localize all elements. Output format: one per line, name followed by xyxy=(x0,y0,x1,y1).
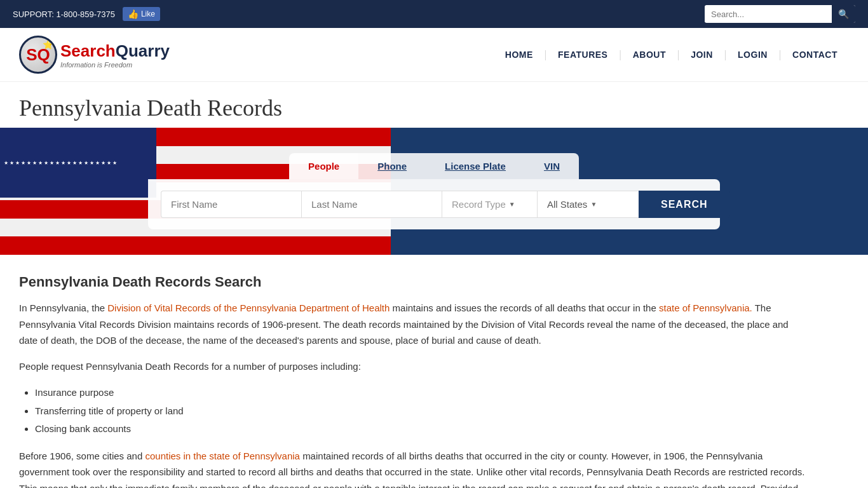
nav-contact[interactable]: CONTACT xyxy=(781,50,849,60)
last-name-input[interactable] xyxy=(301,191,442,218)
flag-stars: ★ ★ ★ ★ ★ ★ ★ ★ ★ ★ ★ ★ ★ ★ ★ ★ ★ ★ ★ ★ xyxy=(0,128,156,198)
search-button[interactable]: SEARCH xyxy=(639,191,730,218)
star-icon: ★ xyxy=(112,160,117,166)
list-item-bank: Closing bank accounts xyxy=(35,420,807,438)
nav-home[interactable]: HOME xyxy=(494,50,545,60)
page-title-area: Pennsylvania Death Records xyxy=(0,82,868,128)
logo-brand: SearchQuarry xyxy=(60,41,170,61)
logo-icon: SQ ⭐ xyxy=(19,36,57,74)
main-content: Pennsylvania Death Records Search In Pen… xyxy=(0,255,826,488)
logo-area[interactable]: SQ ⭐ SearchQuarry Information is Freedom xyxy=(19,36,170,74)
top-search-bar[interactable]: 🔍 xyxy=(705,5,855,23)
tab-phone[interactable]: Phone xyxy=(358,153,426,179)
section-title: Pennsylvania Death Records Search xyxy=(19,274,807,290)
star-icon: ★ xyxy=(95,160,100,166)
star-icon: ★ xyxy=(101,160,105,166)
star-icon: ★ xyxy=(72,160,77,166)
support-text: SUPPORT: 1-800-859-7375 xyxy=(13,10,115,19)
page-title: Pennsylvania Death Records xyxy=(19,95,849,121)
p1-text-2: maintains and issues the records of all … xyxy=(393,302,659,313)
star-icon: ★ xyxy=(90,160,94,166)
list-item-insurance: Insurance purpose xyxy=(35,384,807,402)
paragraph-3: Before 1906, some cities and counties in… xyxy=(19,448,807,489)
states-chevron-down-icon: ▼ xyxy=(590,201,597,208)
logo-brand-dark: Quarry xyxy=(116,41,170,60)
stripe-7 xyxy=(0,236,391,255)
hero-banner: ★ ★ ★ ★ ★ ★ ★ ★ ★ ★ ★ ★ ★ ★ ★ ★ ★ ★ ★ ★ … xyxy=(0,128,868,255)
paragraph-1: In Pennsylvania, the Division of Vital R… xyxy=(19,300,807,349)
star-icon: ★ xyxy=(21,160,25,166)
nav-features[interactable]: FEATURES xyxy=(546,50,619,60)
tab-license-plate[interactable]: License Plate xyxy=(426,153,525,179)
nav-about[interactable]: ABOUT xyxy=(621,50,677,60)
logo-tagline: Information is Freedom xyxy=(60,61,170,69)
star-icon: ★ xyxy=(107,160,111,166)
star-icon: ★ xyxy=(78,160,83,166)
star-icon: ★ xyxy=(10,160,14,166)
first-name-input[interactable] xyxy=(161,191,301,218)
star-icon: ★ xyxy=(15,160,20,166)
nav-login[interactable]: LOGIN xyxy=(726,50,779,60)
list-item-property: Transferring title of property or land xyxy=(35,402,807,421)
record-type-select[interactable]: Record Type ▼ xyxy=(442,191,537,218)
top-search-input[interactable] xyxy=(705,6,832,22)
star-icon: ★ xyxy=(4,160,8,166)
p1-text-1: In Pennsylvania, the xyxy=(19,302,107,313)
nav-join[interactable]: JOIN xyxy=(679,50,724,60)
logo-text-area: SearchQuarry Information is Freedom xyxy=(60,41,170,69)
search-tabs-wrapper: People Phone License Plate VIN xyxy=(148,153,720,179)
fb-like-button[interactable]: 👍 Like xyxy=(123,7,160,21)
star-icon: ★ xyxy=(67,160,71,166)
support-label: SUPPORT: xyxy=(13,10,54,19)
fb-like-label: Like xyxy=(141,10,155,18)
tab-people[interactable]: People xyxy=(289,153,358,179)
paragraph-2: People request Pennsylvania Death Record… xyxy=(19,358,807,375)
star-icon: ★ xyxy=(38,160,43,166)
all-states-label: All States xyxy=(547,199,587,210)
logo-initials: SQ xyxy=(26,45,50,65)
p1-link-state[interactable]: state of Pennsylvania. xyxy=(659,302,752,313)
logo-brand-red: Search xyxy=(60,41,116,60)
top-bar: SUPPORT: 1-800-859-7375 👍 Like 🔍 xyxy=(0,0,868,28)
star-icon: ★ xyxy=(55,160,60,166)
hero-content: People Phone License Plate VIN Record Ty… xyxy=(148,153,720,229)
star-icon: ★ xyxy=(44,160,48,166)
top-search-button[interactable]: 🔍 xyxy=(832,5,855,23)
search-icon: 🔍 xyxy=(838,9,849,19)
p3-link-counties[interactable]: counties in the state of Pennsylvania xyxy=(145,451,300,461)
top-bar-left: SUPPORT: 1-800-859-7375 👍 Like xyxy=(13,7,160,21)
star-icon: ★ xyxy=(50,160,54,166)
star-icon: ★ xyxy=(27,160,31,166)
star-icon: ★ xyxy=(32,160,37,166)
search-tabs: People Phone License Plate VIN xyxy=(289,153,579,179)
main-header: SQ ⭐ SearchQuarry Information is Freedom… xyxy=(0,28,868,82)
record-type-label: Record Type xyxy=(452,199,506,210)
record-type-chevron-down-icon: ▼ xyxy=(509,201,515,208)
p1-link-vital-records[interactable]: Division of Vital Records of the Pennsyl… xyxy=(107,302,390,313)
search-form: Record Type ▼ All States ▼ SEARCH xyxy=(148,179,720,229)
main-nav: HOME | FEATURES | ABOUT | JOIN | LOGIN |… xyxy=(494,49,849,60)
star-icon: ★ xyxy=(84,160,88,166)
p3-text-1: Before 1906, some cities and xyxy=(19,451,145,461)
star-icon: ★ xyxy=(61,160,65,166)
tab-vin[interactable]: VIN xyxy=(525,153,579,179)
support-phone[interactable]: 1-800-859-7375 xyxy=(56,10,115,19)
all-states-select[interactable]: All States ▼ xyxy=(537,191,639,218)
purposes-list: Insurance purpose Transferring title of … xyxy=(35,384,807,438)
